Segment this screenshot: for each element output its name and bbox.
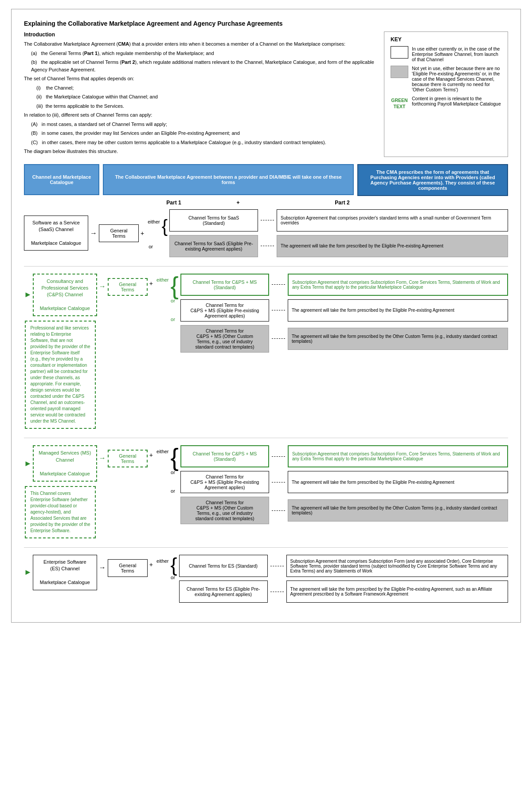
key-grey-text: Not yet in use, either because there are… — [412, 66, 501, 92]
intro-diagram: The diagram below illustrates this struc… — [24, 148, 377, 155]
key-item-green: GREENTEXT Content in green is relevant t… — [391, 96, 501, 110]
ms-term2-dotted — [272, 482, 285, 482]
ms-left-col: ► Managed Services (MS)ChannelMarketplac… — [24, 445, 97, 538]
intro-text: The Collaborative Marketplace Agreement … — [24, 40, 377, 48]
es-either-label: either — [156, 558, 169, 564]
caps-either-block: either { — [156, 274, 180, 298]
caps-section: ► Consultancy andProfessional Services(C… — [24, 274, 508, 429]
es-general-terms: General Terms — [108, 559, 148, 577]
key-white-text: In use either currently or, in the case … — [412, 46, 501, 62]
ms-term2-result: The agreement will take the form prescri… — [288, 471, 508, 493]
intro-left: Introduction The Collaborative Marketpla… — [24, 31, 377, 157]
saas-or-label: or — [149, 244, 153, 249]
saas-term1-result: Subscription Agreement that comprises pr… — [277, 209, 508, 231]
ms-term3-box: Channel Terms forC&PS + MS (Other Custom… — [180, 497, 269, 524]
intro-iii: (iii) the terms applicable to the Servic… — [24, 102, 377, 110]
ms-arrow-indicator: ► — [24, 459, 32, 468]
ms-either-label: either — [156, 449, 169, 454]
caps-term3-box: Channel Terms forC&PS + MS (Other Custom… — [180, 325, 269, 353]
saas-term2-box: Channel Terms for SaaS (Eligible Pre-exi… — [169, 235, 258, 257]
ms-bracket: { — [171, 445, 179, 470]
es-term2-box: Channel Terms for ES (Eligible Pre-exist… — [179, 581, 268, 603]
saas-either-block: either { — [148, 217, 169, 235]
caps-terms-col: Channel Terms for C&PS + MS(Standard) Su… — [180, 274, 508, 353]
caps-note-box: Professional and like services relating … — [25, 321, 96, 429]
ms-or2-label: or — [171, 488, 175, 494]
ms-term1-row: Channel Terms for C&PS + MS(Standard) Su… — [180, 445, 508, 467]
ms-either-block: either { — [156, 445, 180, 470]
caps-term2-dotted — [272, 310, 285, 310]
divider2 — [24, 438, 508, 438]
caps-term3-result: The agreement will take the form prescri… — [288, 328, 508, 350]
intro-ii: (ii) the Marketplace Catalogue within th… — [24, 93, 377, 101]
caps-arrow: → — [97, 274, 108, 290]
ms-arrow: → — [97, 445, 108, 462]
es-term1-row: Channel Terms for ES (Standard) Subscrip… — [179, 555, 508, 577]
ms-term1-box: Channel Terms for C&PS + MS(Standard) — [180, 445, 269, 467]
es-channel-row: ► Enterprise Software(ES) ChannelMarketp… — [24, 555, 97, 590]
intro-C: (C) in other cases, there may be other c… — [24, 139, 377, 146]
es-term1-box: Channel Terms for ES (Standard) — [179, 555, 268, 577]
header-cma-form: The Collaborative Marketplace Agreement … — [103, 164, 354, 195]
caps-or1-label: or — [171, 298, 175, 303]
saas-bracket-col: either { or — [148, 217, 169, 249]
ms-section: ► Managed Services (MS)ChannelMarketplac… — [24, 445, 508, 538]
caps-term1-row: Channel Terms for C&PS + MS(Standard) Su… — [180, 274, 508, 296]
saas-section: Software as a Service(SaaS) ChannelMarke… — [24, 209, 508, 257]
es-bracket: { — [171, 555, 177, 575]
saas-term2-dotted — [261, 246, 274, 246]
es-either-block: either { — [156, 555, 179, 575]
ms-general-terms: General Terms — [108, 450, 148, 467]
caps-term3-row: Channel Terms forC&PS + MS (Other Custom… — [180, 325, 508, 353]
caps-plus: + — [148, 280, 155, 287]
ms-term3-result: The agreement will take the form prescri… — [288, 499, 508, 522]
page-container: Explaining the Collaborative Marketplace… — [11, 9, 521, 623]
saas-term1-row: Channel Terms for SaaS(Standard) Subscri… — [169, 209, 508, 231]
intro-relation: In relation to (iii), different sets of … — [24, 111, 377, 119]
caps-channel-box: Consultancy andProfessional Services(C&P… — [33, 274, 97, 317]
key-white-box — [391, 46, 408, 59]
ms-term1-result: Subscription Agreement that comprises Su… — [288, 445, 508, 467]
es-channel-box: Enterprise Software(ES) ChannelMarketpla… — [33, 555, 97, 590]
saas-term2-result: The agreement will take the form prescri… — [277, 235, 508, 257]
key-green-desc: Content in green is relevant to the fort… — [412, 96, 501, 106]
ms-channel-box: Managed Services (MS)ChannelMarketplace … — [33, 445, 97, 482]
intro-A: (A) in most cases, a standard set of Cha… — [24, 121, 377, 128]
intro-B: (B) in some cases, the provider may list… — [24, 129, 377, 137]
es-term2-row: Channel Terms for ES (Eligible Pre-exist… — [179, 581, 508, 603]
caps-either-label: either — [156, 277, 169, 282]
ms-terms-col: Channel Terms for C&PS + MS(Standard) Su… — [180, 445, 508, 524]
caps-term1-result: Subscription Agreement that comprises Su… — [288, 274, 508, 296]
caps-term1-dotted — [272, 284, 285, 285]
caps-channel-row: ► Consultancy andProfessional Services(C… — [24, 274, 97, 317]
ms-or1-label: or — [171, 470, 175, 475]
saas-general-terms: General Terms — [99, 224, 139, 242]
es-section: ► Enterprise Software(ES) ChannelMarketp… — [24, 555, 508, 603]
caps-left-col: ► Consultancy andProfessional Services(C… — [24, 274, 97, 429]
key-green-label: GREENTEXT — [391, 96, 408, 110]
divider3 — [24, 547, 508, 548]
es-left-col: ► Enterprise Software(ES) ChannelMarketp… — [24, 555, 97, 590]
plus-label: + — [231, 200, 245, 206]
es-arrow-indicator: ► — [24, 568, 32, 577]
top-headers: Channel and Marketplace Catalogue The Co… — [24, 164, 508, 196]
saas-terms-col: Channel Terms for SaaS(Standard) Subscri… — [169, 209, 508, 257]
caps-term2-box: Channel Terms forC&PS + MS (Eligible Pre… — [180, 299, 269, 322]
es-plus: + — [148, 561, 155, 568]
es-terms-col: Channel Terms for ES (Standard) Subscrip… — [179, 555, 508, 603]
part-labels: Part 1 + Part 2 — [24, 200, 508, 206]
intro-b: (b) the applicable set of Channel Terms … — [24, 59, 377, 73]
intro-a: (a) the General Terms (Part 1), which re… — [24, 50, 377, 57]
es-or-label: or — [171, 575, 175, 580]
key-item-white: In use either currently or, in the case … — [391, 46, 501, 62]
es-bracket-col: either { or — [156, 555, 179, 580]
page-title: Explaining the Collaborative Marketplace… — [24, 20, 508, 27]
key-item-grey: Not yet in use, either because there are… — [391, 66, 501, 92]
es-term1-dotted — [270, 566, 284, 566]
saas-arrow: → — [88, 229, 99, 237]
ms-bracket-col: either { or or — [156, 445, 180, 494]
es-term2-dotted — [270, 592, 284, 592]
header-channel-catalogue: Channel and Marketplace Catalogue — [24, 164, 99, 195]
saas-channel-box: Software as a Service(SaaS) ChannelMarke… — [24, 216, 88, 251]
caps-arrow-indicator: ► — [24, 290, 32, 299]
